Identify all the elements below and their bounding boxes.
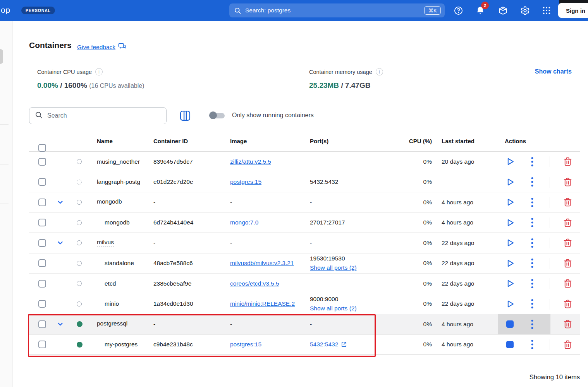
image-link[interactable]: postgres:15 [230, 178, 261, 185]
row-menu-button[interactable] [530, 192, 535, 212]
delete-button[interactable] [563, 213, 572, 233]
container-name[interactable]: etcd [105, 280, 116, 287]
delete-button[interactable] [563, 253, 572, 274]
row-checkbox[interactable] [38, 300, 46, 308]
sign-in-button[interactable]: Sign in [558, 3, 588, 18]
action-divider [550, 319, 550, 330]
running-only-toggle[interactable] [209, 111, 226, 119]
row-menu-button[interactable] [530, 253, 535, 274]
container-name[interactable]: postgressql [97, 320, 127, 328]
info-icon[interactable]: i [95, 68, 103, 75]
delete-button[interactable] [563, 192, 572, 212]
play-button[interactable] [505, 152, 515, 172]
container-row: mongodb---0%4 hours ago [29, 192, 580, 213]
row-menu-button[interactable] [530, 152, 535, 172]
row-checkbox[interactable] [38, 259, 46, 267]
row-checkbox[interactable] [38, 219, 46, 226]
status-stopped-icon [77, 240, 82, 245]
row-checkbox[interactable] [38, 320, 46, 328]
extensions-box-icon[interactable] [497, 4, 509, 17]
row-checkbox[interactable] [38, 341, 46, 348]
last-started: 20 days ago [442, 152, 497, 172]
delete-button[interactable] [563, 274, 572, 294]
play-button[interactable] [505, 172, 515, 192]
show-all-ports-link[interactable]: Show all ports (2) [310, 304, 357, 313]
image-link[interactable]: zilliz/attu:v2.5.5 [230, 158, 271, 165]
give-feedback-link[interactable]: Give feedback [77, 43, 126, 51]
play-button[interactable] [505, 192, 515, 212]
row-menu-button[interactable] [530, 274, 535, 294]
row-checkbox[interactable] [38, 178, 46, 186]
column-settings-button[interactable] [180, 110, 191, 121]
image-link[interactable]: coreos/etcd:v3.5.5 [230, 280, 279, 287]
row-menu-button[interactable] [530, 172, 535, 192]
settings-gear-icon[interactable] [519, 4, 531, 17]
cpu-value: 0% [397, 335, 432, 355]
row-checkbox[interactable] [38, 158, 46, 166]
row-checkbox[interactable] [38, 280, 46, 288]
delete-button[interactable] [563, 152, 572, 172]
row-menu-button[interactable] [530, 213, 535, 233]
expand-chevron-icon[interactable] [57, 314, 64, 334]
last-started: 4 hours ago [442, 213, 497, 233]
container-name[interactable]: musing_noether [97, 158, 140, 165]
show-charts-link[interactable]: Show charts [535, 68, 572, 75]
help-icon[interactable] [452, 4, 464, 17]
row-menu-button[interactable] [530, 294, 535, 314]
delete-button[interactable] [563, 294, 572, 314]
image-link[interactable]: minio/minio:RELEASE.2 [230, 300, 295, 307]
container-name[interactable]: mongodb [97, 198, 122, 206]
container-name[interactable]: my-postgres [105, 341, 138, 348]
row-checkbox[interactable] [38, 239, 46, 247]
row-menu-button[interactable] [530, 233, 535, 253]
container-search-field[interactable] [29, 107, 167, 124]
container-search-input[interactable] [47, 112, 161, 119]
global-search-input[interactable]: Search: postgres ⌘K [229, 3, 445, 17]
row-menu-button[interactable] [530, 335, 535, 355]
port-link[interactable]: 5432:5432 [310, 340, 338, 349]
apps-grid-icon[interactable] [540, 4, 553, 17]
select-all-checkbox[interactable] [38, 144, 46, 152]
container-name[interactable]: mongodb [105, 219, 130, 226]
container-name[interactable]: standalone [105, 260, 134, 267]
stop-button[interactable] [505, 335, 515, 355]
image-link[interactable]: mongo:7.0 [230, 219, 258, 226]
expand-chevron-icon[interactable] [57, 233, 64, 253]
play-button[interactable] [505, 233, 515, 253]
container-id: - [153, 314, 227, 334]
container-row: postgressql---0%4 hours ago [29, 314, 580, 335]
image-link[interactable]: milvusdb/milvus:v2.3.21 [230, 260, 294, 267]
notification-badge: 2 [481, 2, 489, 9]
show-all-ports-link[interactable]: Show all ports (2) [310, 263, 357, 272]
delete-button[interactable] [563, 335, 572, 355]
play-button[interactable] [505, 274, 515, 294]
stop-button[interactable] [505, 314, 515, 334]
expand-chevron-icon[interactable] [57, 192, 64, 212]
image-link[interactable]: postgres:15 [230, 341, 261, 348]
last-started: 4 hours ago [442, 192, 497, 212]
row-menu-button[interactable] [530, 314, 535, 334]
container-name[interactable]: langgraph-postg [97, 178, 140, 185]
row-checkbox[interactable] [38, 199, 46, 206]
running-only-toggle-label: Only show running containers [232, 112, 314, 119]
container-name[interactable]: minio [105, 300, 119, 307]
port-value: - [310, 198, 312, 207]
play-button[interactable] [505, 294, 515, 314]
delete-button[interactable] [563, 172, 572, 192]
top-bar: op PERSONAL Search: postgres ⌘K 2 Sign i… [0, 0, 588, 21]
memory-usage-label: Container memory usage i [309, 68, 383, 75]
play-button[interactable] [505, 213, 515, 233]
app-logo: op [1, 5, 10, 15]
port-value: - [310, 238, 312, 248]
container-name[interactable]: milvus [97, 239, 114, 247]
cpu-value: 0% [397, 152, 432, 172]
image-value: - [230, 321, 232, 328]
last-started: 22 days ago [442, 294, 497, 314]
delete-button[interactable] [563, 314, 572, 334]
notifications-bell-icon[interactable]: 2 [474, 4, 487, 17]
column-header-name: Name [97, 138, 113, 144]
cpu-usage-value: 0.00% / 1600% (16 CPUs available) [37, 81, 144, 90]
info-icon[interactable]: i [376, 68, 383, 75]
delete-button[interactable] [563, 233, 572, 253]
play-button[interactable] [505, 253, 515, 274]
